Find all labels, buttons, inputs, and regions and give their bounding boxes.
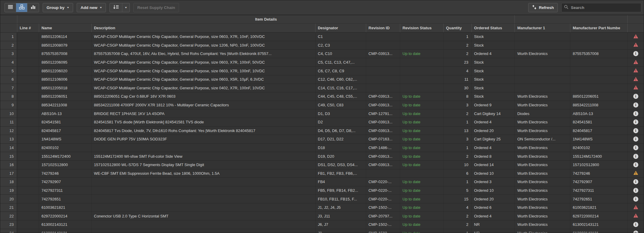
info-icon[interactable]: i — [633, 145, 638, 150]
table-row[interactable]: 7885012205018WCAP-CSGP Multilayer Cerami… — [0, 84, 644, 93]
chart-view-button[interactable] — [27, 3, 39, 12]
row-number[interactable]: 23 — [0, 220, 17, 229]
info-icon[interactable]: i — [633, 188, 638, 193]
row-number[interactable]: 9 — [0, 101, 17, 109]
cell-revision-id — [366, 33, 400, 41]
column-header-revision-id[interactable]: Revision ID — [366, 24, 400, 32]
sort-button[interactable] — [110, 3, 122, 12]
table-row[interactable]: 3875575357008875575357008 Cap, 470Uf, 16… — [0, 50, 644, 58]
column-header-revision-status[interactable]: Revision Status — [400, 24, 443, 32]
warning-icon[interactable] — [633, 171, 638, 176]
column-header-status-icon[interactable] — [627, 24, 644, 32]
info-icon[interactable]: i — [633, 162, 638, 167]
table-row[interactable]: 22629722000214Conenctor USB 2.0 Type C H… — [0, 212, 644, 220]
reset-supply-chain-button[interactable]: Reset Supply Chain — [133, 3, 179, 12]
info-icon[interactable]: i — [633, 94, 638, 99]
column-header-manufacturer-1[interactable]: Manufacturer 1 — [514, 24, 570, 32]
row-number[interactable]: 22 — [0, 212, 17, 220]
info-icon[interactable]: i — [633, 179, 638, 184]
warning-icon[interactable] — [633, 42, 638, 48]
grouped-view-button[interactable] — [16, 3, 27, 12]
table-row[interactable]: 197427927311FB5, FB9, FB14, FB2...CMP-02… — [0, 186, 644, 195]
row-number[interactable]: 2 — [0, 41, 17, 50]
warning-icon[interactable] — [633, 77, 638, 82]
table-row[interactable]: 16157102S12800157102S12800 WL-S7DS 7 Seg… — [0, 161, 644, 169]
table-row[interactable]: 10ABS10A-13BRIDGE RECT 1PHASE 1KV 1A 4SO… — [0, 109, 644, 118]
row-number[interactable]: 12 — [0, 127, 17, 135]
row-number[interactable]: 14 — [0, 144, 17, 152]
row-number[interactable]: 16 — [0, 161, 17, 169]
column-header-manufacturer-part-number[interactable]: Manufacturer Part Numbe — [570, 24, 627, 32]
row-number[interactable]: 19 — [0, 186, 17, 195]
column-header-ordered-status[interactable]: Ordered Status — [472, 24, 515, 32]
row-number[interactable]: 6 — [0, 75, 17, 84]
info-icon[interactable]: i — [633, 222, 638, 227]
column-header-designator[interactable]: Designator — [315, 24, 366, 32]
column-header-line[interactable]: Line # — [17, 24, 39, 32]
table-row[interactable]: 2885012008079WCAP-CSGP Multilayer Cerami… — [0, 41, 644, 50]
info-icon[interactable]: i — [633, 111, 638, 116]
row-number[interactable]: 20 — [0, 195, 17, 203]
table-row[interactable]: 4885012206095WCAP-CSGP Multilayer Cerami… — [0, 58, 644, 67]
row-number[interactable]: 3 — [0, 50, 17, 58]
table-row[interactable]: 2161003621821J1, J2, J4, J5CMP-1502-...U… — [0, 203, 644, 212]
warning-icon[interactable] — [633, 85, 638, 91]
info-icon[interactable]: i — [633, 119, 638, 125]
row-number[interactable]: 8 — [0, 92, 17, 101]
row-number[interactable]: 1 — [0, 33, 17, 41]
column-header-name[interactable]: Name — [39, 24, 91, 32]
row-number[interactable]: 18 — [0, 178, 17, 186]
table-row[interactable]: 1482400102D18CMP-1486-...Up to date1Orde… — [0, 144, 644, 152]
table-row[interactable]: 5885012206020WCAP-CSGP Multilayer Cerami… — [0, 67, 644, 75]
row-number[interactable]: 15 — [0, 152, 17, 160]
info-icon[interactable]: i — [633, 51, 638, 56]
search-input[interactable] — [571, 5, 639, 10]
warning-icon[interactable] — [633, 34, 638, 39]
table-row[interactable]: 1774279246WE-CBF SMT EMI Suppression Fer… — [0, 169, 644, 178]
column-header-description[interactable]: Description — [91, 24, 315, 32]
table-row[interactable]: 11824541581824541581 TVS diode [Würth El… — [0, 118, 644, 127]
cell-revision-id: CMP-1502-... — [366, 203, 400, 212]
table-row[interactable]: 24613003143121J8CMP-1502-...Up to date1N… — [0, 229, 644, 233]
cell-quantity: 30 — [443, 84, 472, 92]
sort-options-dropdown[interactable]: ▼ — [122, 3, 130, 12]
row-number[interactable]: 4 — [0, 58, 17, 67]
info-icon[interactable]: i — [633, 128, 638, 133]
flat-view-button[interactable] — [5, 3, 16, 12]
row-number[interactable]: 17 — [0, 169, 17, 178]
table-row[interactable]: 8885012206051885012206051 Cap Cer 0.68UF… — [0, 92, 644, 101]
add-new-button[interactable]: Add new ▼ — [77, 3, 106, 12]
info-icon[interactable]: i — [633, 154, 638, 159]
row-number[interactable]: 21 — [0, 203, 17, 212]
row-number[interactable]: 13 — [0, 135, 17, 143]
info-icon[interactable]: i — [633, 231, 638, 233]
table-row[interactable]: 12824045817824045817 Tvs Diode, Unidir, … — [0, 127, 644, 135]
table-row[interactable]: 6885012106006WCAP-CSGP Multilayer Cerami… — [0, 75, 644, 84]
row-number[interactable]: 11 — [0, 118, 17, 126]
table-row[interactable]: 18742792907FB4CMP-0220-...Up to date1Ord… — [0, 178, 644, 186]
refresh-button[interactable]: Refresh — [528, 3, 558, 12]
warning-icon[interactable] — [633, 68, 638, 73]
row-number[interactable]: 5 — [0, 67, 17, 75]
cell-revision-status: Up to date — [400, 92, 443, 101]
warning-icon[interactable] — [633, 60, 638, 65]
info-icon[interactable]: i — [633, 137, 638, 142]
row-number[interactable]: 24 — [0, 229, 17, 233]
cell-designator: C44, C45, C48, C55,... — [315, 92, 366, 101]
table-row[interactable]: 20742792651FB10, FB11, FB15, F...CMP-022… — [0, 195, 644, 203]
warning-icon[interactable] — [633, 205, 638, 210]
table-row[interactable]: 9885342211008885342211008 4700PF 2000V X… — [0, 101, 644, 110]
group-by-button[interactable]: Group by ▼ — [43, 3, 73, 12]
table-row[interactable]: 15155124M172400155124M172400 WI-sfsw SMT… — [0, 152, 644, 161]
row-number[interactable]: 10 — [0, 109, 17, 118]
table-row[interactable]: 23613002143121J6, J7CMP-1502-...Up to da… — [0, 220, 644, 229]
info-icon[interactable]: i — [633, 102, 638, 108]
warning-icon[interactable] — [633, 213, 638, 219]
column-header-quantity[interactable]: Quantity — [443, 24, 472, 32]
table-row[interactable]: 1885012206114WCAP-CSGP Multilayer Cerami… — [0, 33, 644, 41]
cell-ordered-status: Ordered 4 — [472, 144, 515, 152]
bom-table-body: 1885012206114WCAP-CSGP Multilayer Cerami… — [0, 33, 644, 233]
info-icon[interactable]: i — [633, 197, 638, 202]
row-number[interactable]: 7 — [0, 84, 17, 92]
table-row[interactable]: 131N4148WSDIODE GEN PURP 75V 150MA SOD32… — [0, 135, 644, 144]
